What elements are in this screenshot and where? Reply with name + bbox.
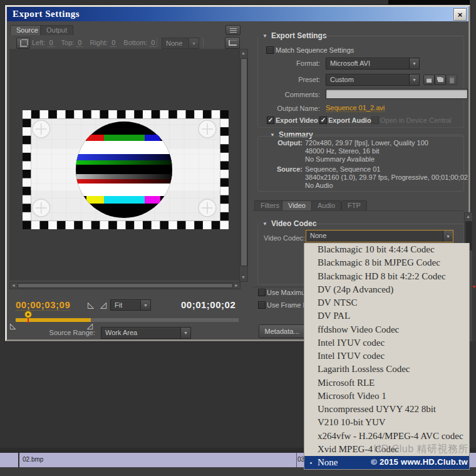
codec-option[interactable]: Blackmagic HD 8 bit 4:2:2 Codec [304, 270, 469, 283]
use-frame-blend-checkbox[interactable] [258, 301, 266, 309]
codec-option-label: None [318, 457, 338, 468]
set-out-button[interactable]: ◿ [100, 300, 106, 309]
crop-field-value[interactable]: 0 [150, 39, 156, 47]
check-icon: ✓ [321, 116, 326, 123]
codec-option[interactable]: Blackmagic 8 bit MJPEG Codec [304, 256, 469, 269]
tab-label: Source [16, 26, 38, 34]
source-range-combo[interactable]: Work Area ▼ [101, 327, 191, 339]
crop-field[interactable]: Right: 0 [90, 39, 116, 47]
crop-ratio-value: None [162, 38, 189, 48]
match-sequence-checkbox[interactable] [266, 46, 274, 54]
playhead-pin[interactable] [24, 311, 32, 318]
format-combo[interactable]: Microsoft AVI ▼ [326, 58, 420, 70]
playhead-pin-dot [27, 313, 29, 316]
tab-video[interactable]: Video [282, 200, 312, 210]
codec-option[interactable]: DV (24p Advanced) [304, 283, 469, 296]
use-maximum-checkbox[interactable] [258, 289, 266, 296]
preset-label: Preset: [257, 76, 320, 83]
output-name-link[interactable]: Sequence 01_2.avi [326, 104, 385, 112]
codec-option[interactable]: Uncompressed UYVY 422 8bit [304, 403, 469, 416]
codec-option[interactable]: Blackmagic 10 bit 4:4:4 Codec [304, 243, 469, 256]
video-codec-label: Video Codec: [264, 234, 305, 242]
metadata-button-label: Metadata... [264, 328, 299, 335]
flip-preview-button[interactable] [225, 37, 240, 49]
codec-option[interactable]: Intel IYUV codec [304, 336, 469, 349]
codec-option[interactable]: Microsoft RLE [304, 376, 469, 390]
codec-option[interactable]: DV NTSC [304, 296, 469, 309]
codec-option[interactable]: Microsoft Video 1 [304, 390, 469, 403]
crop-ratio-combo[interactable]: None ▼ [162, 38, 199, 49]
metadata-button[interactable]: Metadata... [259, 324, 305, 338]
scrubber-track[interactable] [16, 318, 239, 322]
timeline-clip-left[interactable] [0, 453, 19, 467]
output-name-label: Output Name: [257, 105, 320, 112]
scroll-left-icon[interactable]: ◄ [11, 283, 16, 288]
scroll-up-icon[interactable]: ▲ [466, 214, 470, 219]
export-audio-checkbox[interactable]: ✓ [319, 116, 327, 124]
crop-field-value[interactable]: 0 [110, 39, 116, 47]
tab-output[interactable]: Output [40, 25, 73, 35]
panel-menu-button[interactable] [225, 25, 241, 35]
codec-option[interactable]: Lagarith Lossless Codec [304, 363, 469, 376]
screen: 02.bmp 03 Export Settings × Source Outpu… [0, 0, 476, 476]
close-icon: × [458, 10, 463, 19]
save-preset-button[interactable] [423, 75, 435, 85]
close-button[interactable]: × [453, 8, 467, 21]
summary-line: 3840x2160 (1.0), 29.97 fps, Progressive,… [305, 173, 468, 182]
toolbar-separator [203, 38, 204, 47]
dialog-titlebar[interactable]: Export Settings [7, 7, 468, 21]
comments-input[interactable] [326, 89, 468, 99]
scrollbar-thumb[interactable] [18, 283, 233, 288]
crop-field[interactable]: Top: 0 [61, 39, 83, 47]
out-triangle-icon: ◿ [100, 300, 106, 309]
current-timecode[interactable]: 00;00;03;09 [16, 299, 70, 311]
workarea-handle-left[interactable]: ◺ [10, 321, 16, 330]
set-in-button[interactable]: ◺ [88, 300, 94, 309]
video-codec-header[interactable]: ▼ Video Codec [262, 219, 316, 228]
watermark-line2: © 2015 www.HD.Club.tw [371, 457, 468, 467]
codec-option[interactable]: V210 10-bit YUV [304, 416, 469, 429]
crop-tool-button[interactable] [16, 38, 30, 49]
zoom-level-combo[interactable]: Fit ▼ [110, 299, 151, 311]
crop-field[interactable]: Left: 0 [32, 39, 54, 47]
delete-preset-button[interactable] [446, 75, 457, 85]
codec-option[interactable]: DV PAL [304, 309, 469, 323]
chevron-down-icon: ▼ [409, 75, 419, 85]
scroll-down-icon[interactable]: ▼ [241, 275, 246, 280]
codec-option[interactable]: ffdshow Video Codec [304, 323, 469, 336]
scrollbar-thumb[interactable] [241, 58, 247, 266]
crop-field[interactable]: Bottom: 0 [123, 39, 156, 47]
tab-source[interactable]: Source [10, 25, 44, 35]
clip-label: 02.bmp [23, 456, 43, 463]
import-preset-button[interactable] [435, 75, 446, 85]
tab-ftp[interactable]: FTP [341, 200, 367, 210]
video-codec-dropdown[interactable]: Blackmagic 10 bit 4:4:4 CodecBlackmagic … [304, 243, 470, 470]
preview-vscrollbar[interactable]: ▲ ▼ [239, 49, 248, 282]
zoom-level-value: Fit [111, 300, 140, 310]
codec-option[interactable]: Intel IYUV codec [304, 349, 469, 363]
scroll-up-icon[interactable]: ▲ [241, 51, 246, 56]
summary-line: No Audio [305, 182, 468, 190]
preview-hscrollbar[interactable]: ◄ ► [9, 282, 241, 289]
tab-filters[interactable]: Filters [254, 200, 286, 210]
tab-label: FTP [348, 202, 361, 209]
crop-field-value[interactable]: 0 [76, 39, 83, 47]
video-codec-combo[interactable]: None ▼ [306, 230, 453, 242]
crop-field-label: Left: [32, 39, 45, 46]
export-video-label: Export Video [276, 116, 318, 124]
open-device-central-label: Open in Device Central [380, 116, 452, 124]
dialog-title: Export Settings [7, 9, 80, 19]
preview-canvas[interactable] [9, 49, 239, 281]
crop-fields[interactable]: Left: 0 Top: 0 Right: 0 Bottom: 0 [32, 39, 156, 47]
preset-combo[interactable]: Custom ▼ [326, 74, 420, 86]
open-device-central-checkbox [371, 116, 379, 124]
crop-field-value[interactable]: 0 [48, 39, 54, 47]
tab-audio[interactable]: Audio [311, 200, 341, 210]
export-video-checkbox[interactable]: ✓ [267, 116, 274, 124]
comments-label: Comments: [257, 91, 320, 98]
scroll-right-icon[interactable]: ► [234, 283, 239, 288]
codec-option[interactable]: x264vfw - H.264/MPEG-4 AVC codec [304, 430, 469, 443]
summary-source-lines: Sequence, Sequence 013840x2160 (1.0), 29… [305, 165, 468, 190]
timeline-clip-02bmp[interactable]: 02.bmp [19, 453, 297, 467]
disclosure-icon: ▼ [262, 221, 267, 227]
